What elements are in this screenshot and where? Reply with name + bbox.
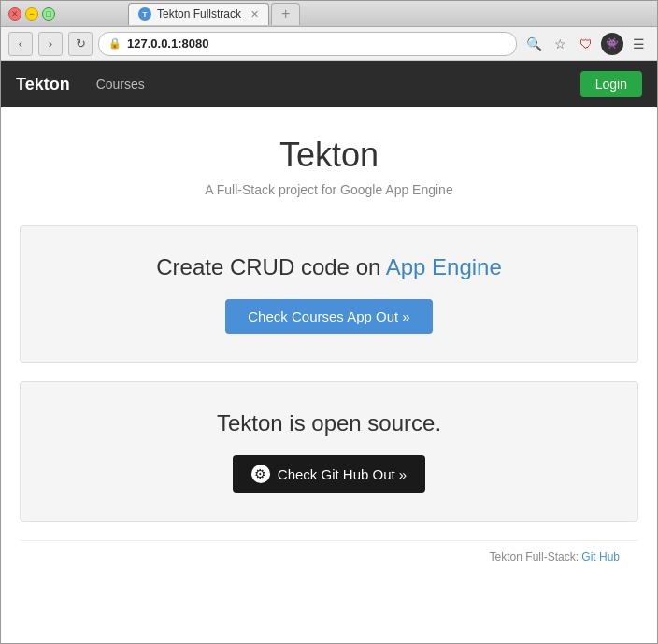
- active-tab[interactable]: T Tekton Fullstrack ✕: [128, 3, 269, 25]
- url-text: 127.0.0.1:8080: [127, 36, 208, 50]
- bookmark-icon[interactable]: ☆: [549, 33, 571, 55]
- opensource-card: Tekton is open source. ⚙ Check Git Hub O…: [20, 381, 638, 522]
- crud-card-title: Create CRUD code on App Engine: [39, 254, 619, 280]
- menu-icon[interactable]: ☰: [627, 33, 650, 55]
- footer-link[interactable]: Git Hub: [581, 551, 620, 564]
- page-content: Tekton A Full-Stack project for Google A…: [1, 107, 657, 643]
- footer-text: Tekton Full-Stack:: [490, 551, 582, 564]
- browser-action-icons: 🔍 ☆ 🛡 👾 ☰: [522, 33, 650, 55]
- shield-icon[interactable]: 🛡: [575, 33, 597, 55]
- app-navbar: Tekton Courses Login: [1, 61, 657, 107]
- maximize-button[interactable]: □: [42, 7, 55, 21]
- tab-title: Tekton Fullstrack: [157, 7, 241, 21]
- crud-card-title-plain: Create CRUD code on: [156, 254, 385, 279]
- courses-nav-link[interactable]: Courses: [89, 71, 152, 97]
- new-tab-icon: +: [281, 6, 290, 22]
- tab-bar: T Tekton Fullstrack ✕ +: [121, 3, 308, 25]
- browser-nav-bar: ‹ › ↻ 🔒 127.0.0.1:8080 🔍 ☆ 🛡 👾 ☰: [1, 27, 657, 61]
- tab-close-icon[interactable]: ✕: [250, 8, 259, 21]
- minimize-button[interactable]: −: [25, 7, 38, 21]
- mask-icon[interactable]: 👾: [601, 33, 623, 55]
- window-controls: ✕ − □: [8, 7, 55, 21]
- crud-card-title-highlight: App Engine: [386, 254, 502, 279]
- tab-favicon: T: [138, 7, 151, 21]
- opensource-card-title: Tekton is open source.: [39, 410, 619, 436]
- url-bar[interactable]: 🔒 127.0.0.1:8080: [98, 32, 517, 56]
- check-github-button[interactable]: ⚙ Check Git Hub Out »: [233, 455, 425, 493]
- back-button[interactable]: ‹: [8, 32, 33, 56]
- crud-card: Create CRUD code on App Engine Check Cou…: [20, 225, 638, 363]
- new-tab[interactable]: +: [271, 3, 300, 25]
- close-button[interactable]: ✕: [8, 7, 21, 21]
- check-courses-button[interactable]: Check Courses App Out »: [225, 299, 432, 334]
- github-icon: ⚙: [251, 465, 270, 483]
- app-brand: Tekton: [16, 75, 70, 94]
- page-title: Tekton: [20, 136, 638, 175]
- forward-button[interactable]: ›: [38, 32, 63, 56]
- page-footer: Tekton Full-Stack: Git Hub: [20, 540, 638, 573]
- login-button[interactable]: Login: [580, 71, 642, 97]
- page-subtitle: A Full-Stack project for Google App Engi…: [20, 182, 638, 197]
- search-icon[interactable]: 🔍: [522, 33, 545, 55]
- github-button-label: Check Git Hub Out »: [278, 466, 407, 482]
- url-lock-icon: 🔒: [108, 37, 122, 50]
- title-bar: ✕ − □ T Tekton Fullstrack ✕ +: [1, 1, 657, 27]
- reload-button[interactable]: ↻: [68, 32, 93, 56]
